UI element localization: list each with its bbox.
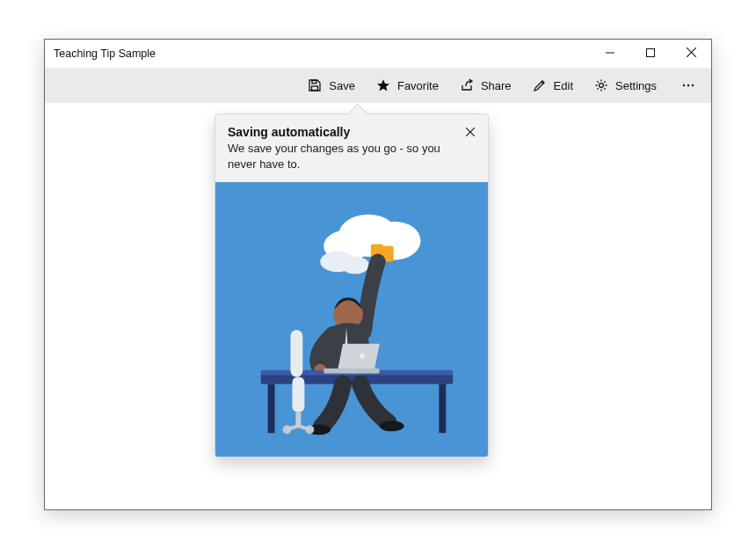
maximize-button[interactable] xyxy=(630,40,671,68)
svg-point-28 xyxy=(360,354,365,359)
svg-rect-32 xyxy=(290,330,302,377)
svg-point-10 xyxy=(692,84,694,86)
edit-label: Edit xyxy=(554,79,573,92)
share-button[interactable]: Share xyxy=(451,73,520,98)
settings-button[interactable]: Settings xyxy=(585,73,665,98)
svg-point-8 xyxy=(683,84,685,86)
gear-icon xyxy=(594,78,608,92)
teaching-tip-hero-image xyxy=(215,182,488,457)
share-icon xyxy=(460,78,474,92)
titlebar: Teaching Tip Sample xyxy=(45,40,711,68)
teaching-tip-subtitle: We save your changes as you go - so you … xyxy=(228,141,456,172)
minimize-icon xyxy=(606,48,614,60)
app-window: Teaching Tip Sample Save xyxy=(44,39,712,510)
save-icon xyxy=(308,78,322,92)
teaching-tip-header: Saving automatically We save your change… xyxy=(215,114,488,182)
save-button[interactable]: Save xyxy=(299,73,364,98)
close-window-button[interactable] xyxy=(671,40,711,68)
svg-rect-31 xyxy=(292,377,304,413)
content-area: Saving automatically We save your change… xyxy=(45,103,711,509)
svg-point-18 xyxy=(341,257,369,274)
maximize-icon xyxy=(646,48,655,60)
star-icon xyxy=(376,78,390,92)
svg-rect-20 xyxy=(371,245,383,250)
minimize-button[interactable] xyxy=(590,40,630,68)
favorite-button[interactable]: Favorite xyxy=(367,73,447,98)
svg-rect-1 xyxy=(647,49,655,57)
settings-label: Settings xyxy=(615,79,657,92)
svg-rect-4 xyxy=(312,86,318,91)
svg-rect-27 xyxy=(323,369,380,374)
pencil-icon xyxy=(533,78,547,92)
svg-point-9 xyxy=(687,84,689,86)
teaching-tip-title: Saving automatically xyxy=(228,125,456,139)
share-label: Share xyxy=(481,79,512,92)
teaching-tip: Saving automatically We save your change… xyxy=(214,113,489,458)
close-icon xyxy=(687,48,696,60)
window-title: Teaching Tip Sample xyxy=(54,48,156,60)
command-bar: Save Favorite Share Edit Settings xyxy=(45,68,711,103)
overflow-button[interactable] xyxy=(669,73,708,98)
more-icon xyxy=(681,78,695,92)
svg-rect-33 xyxy=(295,412,301,426)
close-icon xyxy=(466,124,475,140)
svg-rect-25 xyxy=(268,384,275,434)
save-label: Save xyxy=(329,79,355,92)
svg-rect-5 xyxy=(312,81,316,84)
teaching-tip-close-button[interactable] xyxy=(460,121,481,143)
svg-point-30 xyxy=(380,421,404,431)
edit-button[interactable]: Edit xyxy=(524,73,582,98)
svg-point-7 xyxy=(600,84,604,88)
svg-rect-26 xyxy=(439,384,446,434)
favorite-label: Favorite xyxy=(397,79,439,92)
